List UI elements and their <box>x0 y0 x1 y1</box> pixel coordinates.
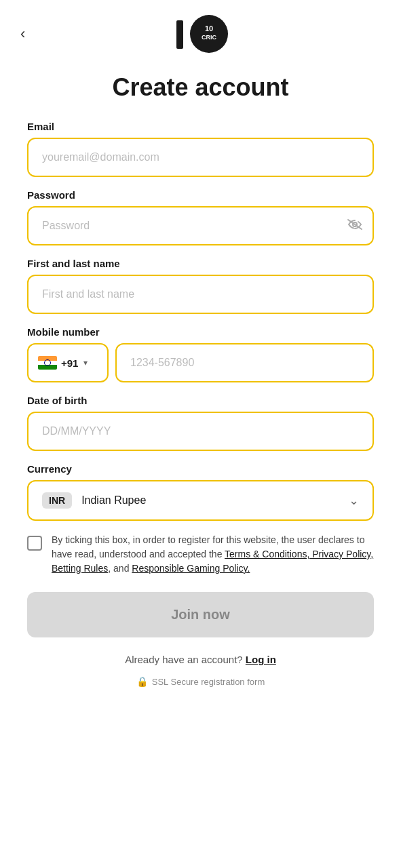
dob-group: Date of birth <box>27 395 374 451</box>
currency-group: Currency INR Indian Rupee ⌄ <box>27 463 374 521</box>
mobile-row: +91 ▾ <box>27 343 374 382</box>
india-flag-icon <box>38 356 57 370</box>
header: ‹ 10 CRIC <box>0 0 401 61</box>
country-selector[interactable]: +91 ▾ <box>27 343 109 382</box>
responsible-gaming-link[interactable]: Responsible Gaming Policy. <box>132 563 250 574</box>
terms-text-between: , and <box>108 563 132 574</box>
email-group: Email <box>27 121 374 177</box>
dob-label: Date of birth <box>27 395 374 406</box>
name-input[interactable] <box>27 275 374 314</box>
password-toggle-icon[interactable] <box>347 218 363 233</box>
dob-wrapper <box>27 412 374 451</box>
terms-checkbox-wrapper[interactable] <box>27 536 42 551</box>
login-section: Already have an account? Log in <box>0 654 401 665</box>
currency-label: Currency <box>27 463 374 475</box>
country-chevron-icon: ▾ <box>83 358 88 368</box>
currency-name: Indian Rupee <box>81 494 349 507</box>
back-button[interactable]: ‹ <box>20 25 25 43</box>
mobile-input[interactable] <box>115 343 374 382</box>
password-group: Password <box>27 189 374 245</box>
svg-rect-0 <box>176 20 183 49</box>
currency-badge: INR <box>42 492 72 509</box>
password-wrapper <box>27 206 374 245</box>
name-group: First and last name <box>27 258 374 314</box>
login-link[interactable]: Log in <box>246 654 276 665</box>
ssl-text: SSL Secure registration form <box>152 677 265 687</box>
email-label: Email <box>27 121 374 132</box>
terms-section: By ticking this box, in order to registe… <box>0 533 401 576</box>
mobile-input-wrapper <box>115 343 374 382</box>
terms-checkbox[interactable] <box>27 536 42 551</box>
mobile-group: Mobile number +91 ▾ <box>27 326 374 382</box>
name-wrapper <box>27 275 374 314</box>
currency-chevron-icon: ⌄ <box>349 493 359 508</box>
email-wrapper <box>27 138 374 177</box>
lock-icon: 🔒 <box>136 676 148 687</box>
svg-text:CRIC: CRIC <box>202 34 216 41</box>
country-code: +91 <box>61 357 78 369</box>
terms-text: By ticking this box, in order to registe… <box>52 533 374 576</box>
name-label: First and last name <box>27 258 374 269</box>
currency-selector[interactable]: INR Indian Rupee ⌄ <box>27 480 374 521</box>
mobile-label: Mobile number <box>27 326 374 338</box>
join-now-button[interactable]: Join now <box>27 592 374 637</box>
email-input[interactable] <box>27 138 374 177</box>
svg-text:10: 10 <box>204 24 212 33</box>
login-prompt-text: Already have an account? <box>125 654 242 665</box>
ssl-section: 🔒 SSL Secure registration form <box>0 676 401 707</box>
logo: 10 CRIC <box>174 14 228 54</box>
password-input[interactable] <box>27 206 374 245</box>
password-label: Password <box>27 189 374 201</box>
form: Email Password First and last name Mobil… <box>0 121 401 521</box>
dob-input[interactable] <box>27 412 374 451</box>
page-title: Create account <box>27 73 374 102</box>
